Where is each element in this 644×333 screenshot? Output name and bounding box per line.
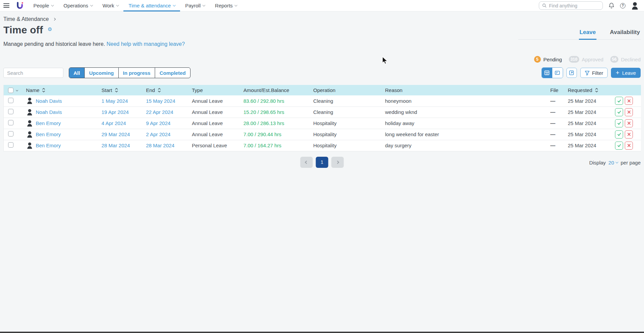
hamburger-menu-icon[interactable] [3, 3, 9, 8]
page-title: Time off [3, 24, 43, 35]
table-view-icon [544, 70, 550, 75]
row-checkbox[interactable] [8, 109, 13, 114]
pending-badge[interactable]: 5 Pending [534, 56, 562, 63]
column-header-requested[interactable]: Requested [568, 85, 615, 95]
column-label: Amount/Est.Balance [243, 87, 289, 93]
leave-type: Personal Leave [192, 143, 227, 148]
end-date-link[interactable]: 15 May 2024 [146, 98, 175, 104]
breadcrumb-link[interactable]: Time & Attendance [3, 16, 49, 22]
card-view-icon [555, 70, 560, 75]
row-checkbox[interactable] [8, 131, 13, 137]
segment-upcoming[interactable]: Upcoming [84, 68, 118, 78]
column-label: Start [101, 87, 112, 93]
menu-work[interactable]: Work [97, 0, 123, 11]
employee-name-link[interactable]: Noah Davis [36, 109, 62, 115]
menu-time-attendance-label: Time & attendance [128, 3, 171, 8]
table-search [3, 68, 63, 78]
approve-button[interactable] [615, 97, 623, 105]
page-size-dropdown[interactable]: 20 [609, 159, 618, 165]
column-header-end[interactable]: End [146, 85, 192, 95]
leave-type: Annual Leave [192, 98, 223, 104]
employee-name-link[interactable]: Ben Emory [36, 120, 61, 126]
table-header-row: Name Start End Type [4, 85, 641, 95]
column-header-file: File [550, 85, 568, 95]
row-checkbox[interactable] [8, 98, 13, 103]
approved-badge[interactable]: 310 Approved [569, 56, 604, 63]
export-button[interactable] [566, 68, 577, 78]
global-search-input[interactable] [549, 3, 599, 8]
select-menu-chevron-icon[interactable] [16, 89, 18, 91]
start-date-link[interactable]: 1 May 2024 [101, 98, 128, 104]
user-avatar[interactable] [631, 2, 639, 10]
app-logo[interactable] [16, 2, 24, 10]
x-icon [627, 110, 631, 114]
declined-badge[interactable]: 56 Declined [610, 56, 641, 63]
employee-name-link[interactable]: Ben Emory [36, 143, 61, 148]
menu-reports[interactable]: Reports [210, 0, 242, 11]
decline-button[interactable] [625, 119, 633, 127]
check-icon [617, 99, 621, 103]
sort-icon [42, 88, 46, 93]
employee-name-link[interactable]: Noah Davis [36, 98, 62, 104]
tab-availability[interactable]: Availability [609, 29, 641, 40]
segment-completed[interactable]: Completed [155, 68, 190, 78]
menu-operations[interactable]: Operations [58, 0, 97, 11]
column-header-type: Type [192, 85, 243, 95]
segment-all[interactable]: All [69, 68, 84, 78]
menu-time-attendance[interactable]: Time & attendance [123, 0, 180, 11]
end-date-link[interactable]: 28 Mar 2024 [146, 143, 174, 148]
column-header-start[interactable]: Start [101, 85, 146, 95]
table-view-button[interactable] [542, 68, 552, 78]
operation: Cleaning [313, 98, 333, 104]
file-empty-dash: — [550, 131, 555, 137]
filter-funnel-icon [585, 70, 590, 75]
decline-button[interactable] [625, 130, 633, 139]
row-checkbox[interactable] [8, 142, 13, 148]
card-view-button[interactable] [552, 68, 563, 78]
operation: Hospitality [313, 131, 336, 137]
sort-icon [157, 88, 161, 93]
pending-label: Pending [544, 57, 562, 62]
amount-balance: 7.00 / 164.27 hrs [243, 143, 282, 148]
chevron-down-icon [616, 161, 618, 163]
check-icon [617, 110, 621, 114]
help-icon[interactable]: ? [620, 3, 625, 8]
approve-button[interactable] [615, 130, 623, 139]
end-date-link[interactable]: 2 Apr 2024 [146, 131, 171, 137]
decline-button[interactable] [625, 97, 633, 105]
select-all-checkbox[interactable] [8, 88, 13, 93]
column-header-name[interactable]: Name [26, 85, 101, 95]
segment-in-progress[interactable]: In progress [118, 68, 155, 78]
row-checkbox[interactable] [8, 120, 13, 125]
page-tabs: Leave Availability [518, 29, 641, 40]
chevron-down-icon [51, 4, 54, 6]
tab-leave[interactable]: Leave [579, 29, 596, 40]
table-row: Noah Davis 1 May 2024 15 May 2024 Annual… [4, 95, 641, 107]
table-search-input[interactable] [7, 70, 60, 76]
chevron-down-icon [235, 4, 237, 6]
notifications-bell-icon[interactable] [609, 2, 614, 9]
decline-button[interactable] [625, 108, 633, 116]
employee-name-link[interactable]: Ben Emory [36, 131, 61, 137]
start-date-link[interactable]: 28 Mar 2024 [101, 143, 130, 148]
page-1-button[interactable]: 1 [316, 157, 328, 168]
start-date-link[interactable]: 4 Apr 2024 [101, 120, 126, 126]
menu-people[interactable]: People [28, 0, 58, 11]
decline-button[interactable] [625, 142, 633, 150]
breadcrumb: Time & Attendance [3, 16, 641, 22]
menu-payroll[interactable]: Payroll [180, 0, 210, 11]
approve-button[interactable] [615, 119, 623, 127]
prev-page-button[interactable] [300, 157, 313, 168]
filter-button[interactable]: Filter [580, 68, 608, 78]
add-leave-button[interactable]: + Leave [611, 68, 641, 78]
gear-icon[interactable]: ⚙ [48, 26, 52, 32]
approve-button[interactable] [615, 108, 623, 116]
end-date-link[interactable]: 22 Apr 2024 [146, 109, 173, 115]
reason: honeymoon [385, 98, 411, 104]
end-date-link[interactable]: 9 Apr 2024 [146, 120, 171, 126]
start-date-link[interactable]: 19 Apr 2024 [101, 109, 129, 115]
help-link[interactable]: Need help with managing leave? [107, 41, 185, 47]
start-date-link[interactable]: 29 Mar 2024 [101, 131, 130, 137]
next-page-button[interactable] [331, 157, 344, 168]
approve-button[interactable] [615, 142, 623, 150]
